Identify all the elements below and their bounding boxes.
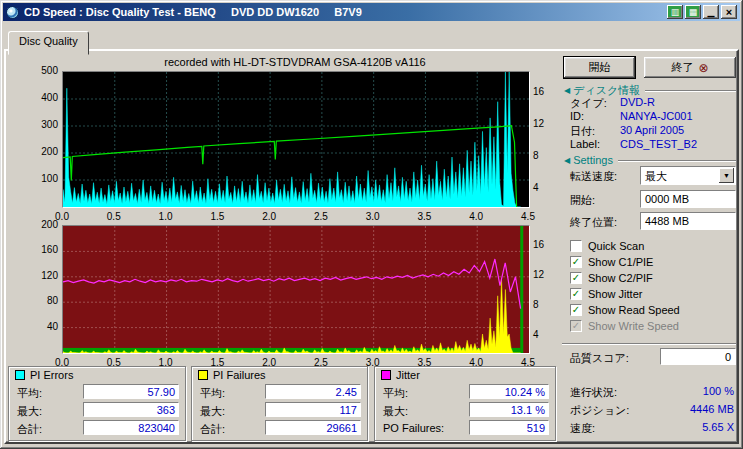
- checkbox-show-c2-pif[interactable]: ✓ Show C2/PIF: [570, 271, 653, 285]
- stat-value-field: 2.45: [265, 384, 361, 399]
- section-divider: [618, 160, 736, 161]
- recorded-with-label: recorded with HL-DT-STDVDRAM GSA-4120B v…: [62, 56, 528, 68]
- axis-tick-label: 120: [36, 269, 58, 282]
- axis-tick-label: 2.0: [259, 210, 279, 223]
- pi-errors-group: PI Errors 平均:57.90 最大:363 合計:823040: [8, 366, 186, 441]
- stat-label: 最大:: [383, 404, 408, 419]
- checkbox-show-c1-pie[interactable]: ✓ Show C1/PIE: [570, 255, 653, 269]
- start-position-field[interactable]: 0000 MB: [640, 190, 736, 208]
- axis-tick-label: 2.5: [311, 210, 331, 223]
- minimize-button[interactable]: ▁: [703, 5, 719, 19]
- progress-value: 100 %: [703, 385, 734, 397]
- axis-tick-label: 200: [36, 145, 58, 158]
- axis-tick-label: 200: [36, 218, 58, 231]
- transfer-rate-combobox[interactable]: 最大 ▼: [640, 166, 736, 185]
- start-button[interactable]: 開始: [564, 57, 635, 78]
- section-divider: [645, 90, 736, 91]
- stat-label: 最大:: [17, 404, 42, 419]
- titlebar-icon-button-2[interactable]: ▦: [685, 5, 701, 19]
- axis-tick-label: 4.0: [466, 210, 486, 223]
- position-value: 4446 MB: [690, 403, 734, 415]
- disc-id-value: NANYA-JC001: [620, 110, 693, 122]
- control-panel: 開始 終了 ⊗ ◀ ディスク情報 タイプ: DVD-R ID: NANYA-JC…: [562, 55, 738, 440]
- checkbox-box: ✓: [570, 256, 582, 268]
- checkbox-box: ✓: [570, 272, 582, 284]
- axis-tick-label: 40: [36, 320, 58, 333]
- checkbox-quick-scan[interactable]: ✓ Quick Scan: [570, 239, 644, 253]
- disc-date-value: 30 April 2005: [620, 124, 684, 136]
- stat-label: PO Failures:: [383, 422, 444, 434]
- stat-value-field: 29661: [265, 420, 361, 435]
- stat-value-field: 13.1 %: [469, 402, 549, 417]
- stat-value-field: 519: [469, 420, 549, 435]
- jitter-swatch: [381, 370, 391, 380]
- check-icon: ✓: [572, 321, 580, 331]
- disc-label-label: Label:: [570, 138, 600, 150]
- pi-errors-swatch: [15, 370, 25, 380]
- axis-tick-label: 160: [36, 243, 58, 256]
- collapse-arrow-icon[interactable]: ◀: [564, 156, 570, 165]
- pie-chart-plot: [62, 71, 530, 208]
- axis-tick-label: 3.5: [414, 210, 434, 223]
- close-button[interactable]: ×: [721, 5, 737, 19]
- collapse-arrow-icon[interactable]: ◀: [564, 86, 570, 95]
- speed-value: 5.65 X: [702, 421, 734, 433]
- progress-label: 進行状況:: [570, 385, 617, 400]
- checkbox-show-read-speed[interactable]: ✓ Show Read Speed: [570, 303, 680, 317]
- axis-tick-label: 400: [36, 91, 58, 104]
- disc-type-value: DVD-R: [620, 96, 655, 108]
- quality-score-label: 品質スコア:: [570, 351, 629, 366]
- axis-tick-label: 1.5: [207, 210, 227, 223]
- pi-errors-title: PI Errors: [30, 369, 73, 381]
- checkbox-box: ✓: [570, 240, 582, 252]
- stat-label: 最大:: [200, 404, 225, 419]
- disc-type-label: タイプ:: [570, 96, 607, 111]
- end-position-field[interactable]: 4488 MB: [640, 212, 736, 230]
- axis-tick-label: 4: [533, 181, 551, 194]
- axis-tick-label: 0.5: [104, 210, 124, 223]
- axis-tick-label: 300: [36, 118, 58, 131]
- pi-failures-group: PI Failures 平均:2.45 最大:117 合計:29661: [191, 366, 368, 441]
- titlebar-icon-button-1[interactable]: ▥: [667, 5, 683, 19]
- axis-tick-label: 1.0: [156, 210, 176, 223]
- stat-value-field: 117: [265, 402, 361, 417]
- axis-tick-label: 12: [533, 268, 551, 281]
- stat-label: 平均:: [383, 386, 408, 401]
- pi-failures-title: PI Failures: [213, 369, 266, 381]
- jitter-group: Jitter 平均:10.24 % 最大:13.1 % PO Failures:…: [374, 366, 556, 441]
- stat-label: 平均:: [17, 386, 42, 401]
- disc-id-label: ID:: [570, 110, 584, 122]
- quality-score-field: 0: [660, 348, 736, 365]
- dropdown-arrow-icon[interactable]: ▼: [719, 168, 734, 183]
- stat-label: 平均:: [200, 386, 225, 401]
- app-icon: [6, 6, 19, 19]
- stat-label: 合計:: [200, 422, 225, 437]
- stat-value-field: 363: [83, 402, 179, 417]
- stop-button[interactable]: 終了 ⊗: [644, 57, 736, 78]
- checkbox-box: ✓: [570, 288, 582, 300]
- axis-tick-label: 8: [533, 298, 551, 311]
- exit-icon: ⊗: [698, 62, 708, 74]
- start-position-label: 開始:: [570, 193, 595, 208]
- jitter-title: Jitter: [396, 369, 420, 381]
- tab-disc-quality[interactable]: Disc Quality: [8, 31, 89, 55]
- pif-chart-plot: [62, 225, 530, 354]
- stat-value-field: 10.24 %: [469, 384, 549, 399]
- check-icon: ✓: [572, 273, 580, 283]
- pie-read-speed-chart: 5004003002001001612840.00.51.01.52.02.53…: [36, 71, 558, 227]
- checkbox-box: ✓: [570, 304, 582, 316]
- titlebar[interactable]: CD Speed : Disc Quality Test - BENQ DVD …: [3, 3, 740, 21]
- check-icon: ✓: [572, 305, 580, 315]
- axis-tick-label: 500: [36, 64, 58, 77]
- transfer-rate-value: 最大: [645, 170, 667, 182]
- axis-tick-label: 100: [36, 172, 58, 185]
- pi-failures-swatch: [198, 370, 208, 380]
- end-position-label: 終了位置:: [570, 215, 617, 230]
- position-label: ポジション:: [570, 403, 629, 418]
- checkbox-show-jitter[interactable]: ✓ Show Jitter: [570, 287, 642, 301]
- divider: [562, 343, 736, 344]
- axis-tick-label: 80: [36, 294, 58, 307]
- application-window: CD Speed : Disc Quality Test - BENQ DVD …: [0, 0, 743, 449]
- transfer-rate-label: 転送速度:: [570, 169, 617, 184]
- stat-value-field: 57.90: [83, 384, 179, 399]
